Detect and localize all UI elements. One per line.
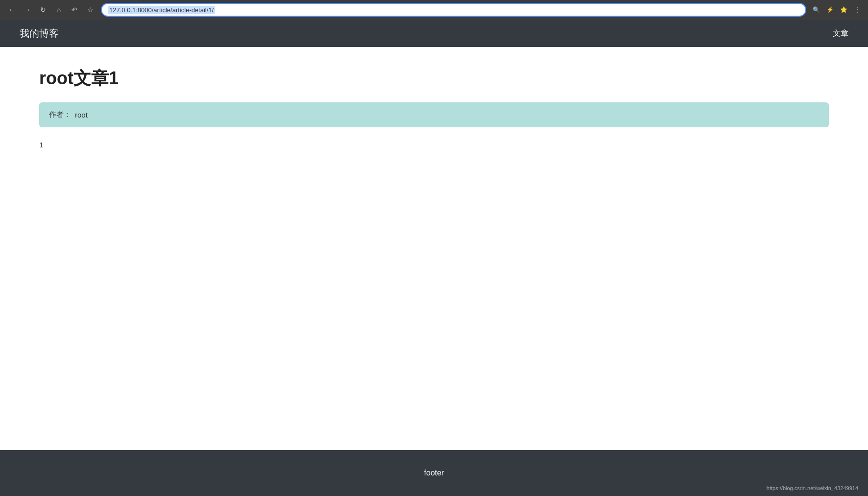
undo-button[interactable]: ↶ — [68, 3, 81, 17]
reload-button[interactable]: ↻ — [36, 3, 50, 17]
address-text: 127.0.0.1:8000/article/article-detail/1/ — [108, 6, 215, 14]
browser-toolbar-icons: 🔍 ⚡ ⭐ ⋮ — [810, 4, 863, 16]
browser-chrome: ← → ↻ ⌂ ↶ ☆ 127.0.0.1:8000/article/artic… — [0, 0, 868, 20]
article-body: 1 — [39, 139, 829, 151]
footer: footer https://blog.csdn.net/weixin_4324… — [0, 450, 868, 496]
footer-url: https://blog.csdn.net/weixin_43249914 — [767, 485, 858, 491]
nav-link-articles[interactable]: 文章 — [833, 28, 848, 39]
star-icon[interactable]: ⭐ — [838, 4, 849, 16]
meta-author: root — [75, 111, 88, 119]
article-content: 1 — [39, 139, 829, 151]
meta-label: 作者： — [49, 110, 71, 119]
extensions-icon[interactable]: ⚡ — [824, 4, 836, 16]
forward-button[interactable]: → — [21, 3, 34, 17]
menu-icon[interactable]: ⋮ — [851, 4, 863, 16]
back-button[interactable]: ← — [5, 3, 19, 17]
main-content: root文章1 作者： root 1 — [0, 47, 868, 450]
home-button[interactable]: ⌂ — [52, 3, 66, 17]
address-bar[interactable]: 127.0.0.1:8000/article/article-detail/1/ — [101, 3, 806, 17]
navbar: 我的博客 文章 — [0, 20, 868, 47]
search-icon[interactable]: 🔍 — [810, 4, 822, 16]
footer-text: footer — [424, 469, 444, 477]
article-meta: 作者： root — [39, 102, 829, 127]
navbar-nav: 文章 — [833, 28, 848, 39]
bookmark-button[interactable]: ☆ — [83, 3, 97, 17]
navbar-brand[interactable]: 我的博客 — [20, 27, 59, 40]
article-title: root文章1 — [39, 67, 829, 91]
browser-nav-buttons: ← → ↻ ⌂ ↶ ☆ — [5, 3, 97, 17]
